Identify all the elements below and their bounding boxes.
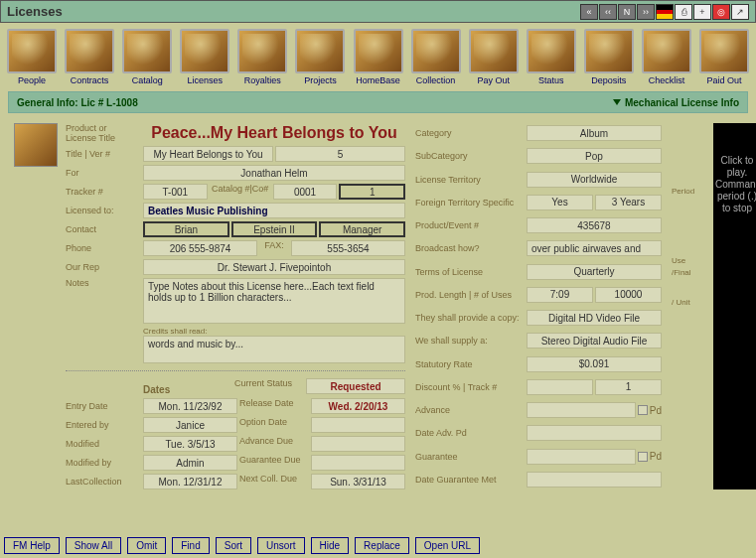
nav-checklist[interactable]: Checklist <box>641 29 692 85</box>
phone-field[interactable]: 206 555-9874 <box>143 240 257 256</box>
fax-field[interactable]: 555-3654 <box>291 240 405 256</box>
nav-licenses[interactable]: Licenses <box>179 29 230 85</box>
release-field[interactable]: Wed. 2/20/13 <box>311 398 405 414</box>
last-coll-field[interactable]: Mon. 12/31/12 <box>143 474 237 489</box>
use-label: Use <box>672 256 685 265</box>
ver-field[interactable]: 5 <box>275 146 405 162</box>
catalog-field[interactable]: 0001 <box>273 184 338 200</box>
stat-rate-field[interactable]: $0.091 <box>527 356 662 372</box>
hide-button[interactable]: Hide <box>311 537 350 554</box>
modified-field[interactable]: Tue. 3/5/13 <box>143 436 237 452</box>
contact-first[interactable]: Brian <box>143 221 229 237</box>
open-url-button[interactable]: Open URL <box>415 537 480 554</box>
title-field[interactable]: My Heart Belongs to You <box>143 146 273 162</box>
our-rep-label: Our Rep <box>66 262 139 272</box>
they-provide-field[interactable]: Digital HD Video File <box>527 310 662 326</box>
nav-payout[interactable]: Pay Out <box>468 29 520 85</box>
omit-button[interactable]: Omit <box>127 537 166 554</box>
advance-label: Advance <box>415 405 523 415</box>
uses-field[interactable]: 10000 <box>595 287 662 303</box>
checklist-icon <box>642 29 691 73</box>
guarantee-field[interactable] <box>527 449 636 465</box>
our-rep-field[interactable]: Dr. Stewart J. Fivepointoh <box>143 259 405 275</box>
foreign-yes-field[interactable]: Yes <box>527 195 593 210</box>
prodlen-field[interactable]: 7:09 <box>527 287 593 303</box>
window-title: Licenses <box>7 4 580 19</box>
plus-icon[interactable]: + <box>693 4 711 20</box>
curr-status-field[interactable]: Requested <box>306 378 405 394</box>
section-right[interactable]: Mechanical License Info <box>625 97 739 108</box>
nav-royalties[interactable]: Royalties <box>236 29 288 85</box>
play-icon[interactable] <box>715 125 756 151</box>
nav-paidout[interactable]: Paid Out <box>698 29 750 85</box>
credits-field[interactable]: words and music by... <box>143 336 405 363</box>
next-icon[interactable]: N <box>618 4 636 20</box>
unsort-button[interactable]: Unsort <box>257 537 304 554</box>
product-evt-field[interactable]: 435678 <box>527 217 662 233</box>
date-guar-field[interactable] <box>527 472 662 488</box>
guar-due-field[interactable] <box>311 455 405 471</box>
we-supply-field[interactable]: Stereo Digital Audio File <box>527 333 662 349</box>
play-panel[interactable]: Click to play. Command period (.) to sto… <box>713 123 756 489</box>
date-adv-field[interactable] <box>527 425 662 441</box>
find-button[interactable]: Find <box>172 537 209 554</box>
terms-field[interactable]: Quarterly <box>527 264 662 280</box>
option-field[interactable] <box>311 417 405 433</box>
co-field[interactable]: 1 <box>339 184 405 200</box>
product-title-label: Product or License Title <box>66 123 139 143</box>
final-label: /Final <box>672 268 691 277</box>
entry-date-label: Entry Date <box>66 401 139 411</box>
terms-label: Terms of License <box>415 267 523 277</box>
fm-help-button[interactable]: FM Help <box>4 537 60 554</box>
forward-icon[interactable]: ›› <box>637 4 655 20</box>
target-icon[interactable]: ◎ <box>712 4 730 20</box>
next-coll-field[interactable]: Sun. 3/31/13 <box>311 474 405 489</box>
nav-deposits[interactable]: Deposits <box>583 29 635 85</box>
nav-projects[interactable]: Projects <box>294 29 346 85</box>
nav-people[interactable]: People <box>6 29 58 85</box>
royalties-icon <box>237 29 287 73</box>
licensed-to-field[interactable]: Beatles Music Publishing <box>143 203 405 218</box>
nav-homebase[interactable]: HomeBase <box>352 29 403 85</box>
deposits-icon <box>584 29 634 73</box>
broadcast-field[interactable]: over public airwaves and <box>527 240 662 256</box>
entered-by-field[interactable]: Janice <box>143 417 237 433</box>
tracker-field[interactable]: T-001 <box>143 184 208 200</box>
fax-label: FAX: <box>259 240 289 256</box>
subcat-field[interactable]: Pop <box>527 148 662 164</box>
modified-by-field[interactable]: Admin <box>143 455 237 471</box>
replace-button[interactable]: Replace <box>355 537 409 554</box>
flag-icon[interactable] <box>656 4 674 20</box>
disc-track-label: Discount % | Track # <box>415 382 523 392</box>
category-field[interactable]: Album <box>527 125 662 141</box>
dropdown-icon[interactable] <box>613 99 621 105</box>
track-field[interactable]: 1 <box>595 379 662 395</box>
advance-pd-checkbox[interactable] <box>638 405 648 415</box>
foreign-years-field[interactable]: 3 Years <box>595 195 662 210</box>
paidout-icon <box>699 29 749 73</box>
notes-field[interactable]: Type Notes about this License here...Eac… <box>143 278 405 324</box>
nav-collection[interactable]: Collection <box>410 29 462 85</box>
sort-button[interactable]: Sort <box>216 537 251 554</box>
unit-label: / Unit <box>672 298 690 307</box>
export-icon[interactable]: ↗ <box>731 4 749 20</box>
entry-date-field[interactable]: Mon. 11/23/92 <box>143 398 237 414</box>
guarantee-pd-checkbox[interactable] <box>638 452 648 462</box>
territory-field[interactable]: Worldwide <box>527 172 662 188</box>
disc-field[interactable] <box>527 379 593 395</box>
subcat-label: SubCategory <box>415 151 523 161</box>
nav-status[interactable]: Status <box>526 29 577 85</box>
phone-label: Phone <box>66 243 139 253</box>
credits-label: Credits shall read: <box>143 327 405 336</box>
nav-catalog[interactable]: Catalog <box>121 29 173 85</box>
nav-contracts[interactable]: Contracts <box>64 29 115 85</box>
advance-field[interactable] <box>527 402 636 418</box>
rewind-icon[interactable]: « <box>580 4 598 20</box>
adv-due-field[interactable] <box>311 436 405 452</box>
contact-role[interactable]: Manager <box>319 221 405 237</box>
print-icon[interactable]: ⎙ <box>675 4 692 20</box>
prev-icon[interactable]: ‹‹ <box>599 4 617 20</box>
for-field[interactable]: Jonathan Helm <box>143 165 405 181</box>
show-all-button[interactable]: Show All <box>66 537 121 554</box>
contact-last[interactable]: Epstein II <box>231 221 318 237</box>
